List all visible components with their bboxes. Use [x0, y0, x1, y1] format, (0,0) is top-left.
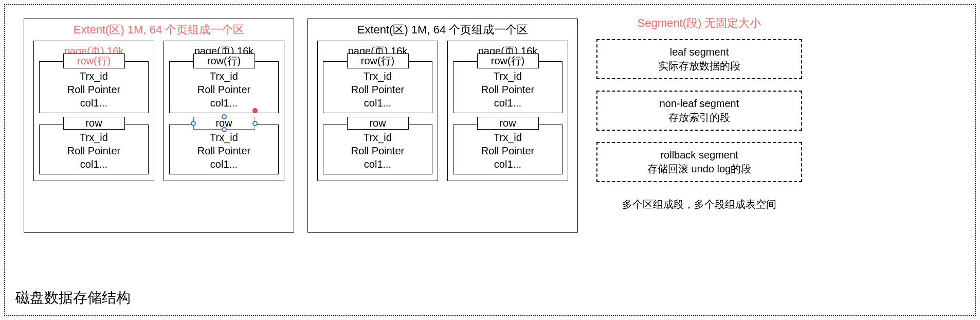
row-box: row Trx_id Roll Pointer col1... — [39, 125, 149, 174]
extent-title-1: Extent(区) 1M, 64 个页组成一个区 — [24, 19, 294, 41]
resize-handle-icon[interactable] — [222, 114, 227, 119]
extent-title-2: Extent(区) 1M, 64 个页组成一个区 — [308, 19, 577, 41]
page-box: page(页) 16k row(行) Trx_id Roll Pointer c… — [447, 41, 568, 181]
row-label[interactable]: row — [193, 117, 255, 130]
row-content: Trx_id Roll Pointer col1... — [40, 69, 148, 110]
row-content: Trx_id Roll Pointer col1... — [40, 131, 148, 171]
row-box: row Trx_id Roll Pointer col1... — [453, 125, 562, 174]
page-box: page(页) 16k row(行) Trx_id Roll Pointer c… — [164, 41, 284, 181]
row-box: row(行) Trx_id Roll Pointer col1... — [39, 61, 149, 113]
segment-rollback-box: rollback segment 存储回滚 undo log的段 — [596, 142, 802, 182]
row-label: row(行) — [347, 54, 409, 68]
extent-box-2: Extent(区) 1M, 64 个页组成一个区 page(页) 16k row… — [307, 19, 578, 233]
resize-handle-icon[interactable] — [222, 127, 227, 132]
row-box: row(行) Trx_id Roll Pointer col1... — [453, 61, 562, 113]
segment-header: Segment(段) 无固定大小 — [596, 15, 802, 31]
page-box: page(页) 16k row(行) Trx_id Roll Pointer c… — [317, 41, 438, 181]
extent-box-1: Extent(区) 1M, 64 个页组成一个区 page(页) 16k row… — [24, 19, 294, 233]
segment-nonleaf-box: non-leaf segment 存放索引的段 — [596, 91, 802, 131]
row-box: row(行) Trx_id Roll Pointer col1... — [323, 61, 432, 113]
row-label: row — [347, 117, 409, 130]
row-label: row(行) — [477, 54, 539, 68]
row-content: Trx_id Roll Pointer col1... — [170, 69, 278, 110]
segment-caption: 多个区组成段，多个段组成表空间 — [596, 198, 802, 211]
row-content: Trx_id Roll Pointer col1... — [170, 131, 278, 171]
resize-handle-icon[interactable] — [252, 121, 258, 126]
segment-panel: Segment(段) 无固定大小 leaf segment 实际存放数据的段 n… — [596, 15, 802, 211]
row-box-selected[interactable]: row Trx_id Roll Pointer col1... — [169, 125, 279, 174]
row-box: row(行) Trx_id Roll Pointer col1... — [169, 61, 279, 113]
diagram-canvas: Extent(区) 1M, 64 个页组成一个区 page(页) 16k row… — [4, 4, 976, 316]
row-label: row — [477, 117, 539, 130]
segment-leaf-box: leaf segment 实际存放数据的段 — [596, 39, 802, 79]
rotate-handle-icon[interactable] — [252, 108, 258, 113]
row-label: row(行) — [193, 54, 255, 68]
row-box: row Trx_id Roll Pointer col1... — [323, 125, 432, 174]
diagram-title: 磁盘数据存储结构 — [15, 288, 131, 308]
resize-handle-icon[interactable] — [191, 121, 196, 126]
row-label: row — [63, 117, 125, 130]
page-box: page(页) 16k row(行) Trx_id Roll Pointer c… — [33, 41, 154, 181]
row-label: row(行) — [63, 54, 125, 68]
